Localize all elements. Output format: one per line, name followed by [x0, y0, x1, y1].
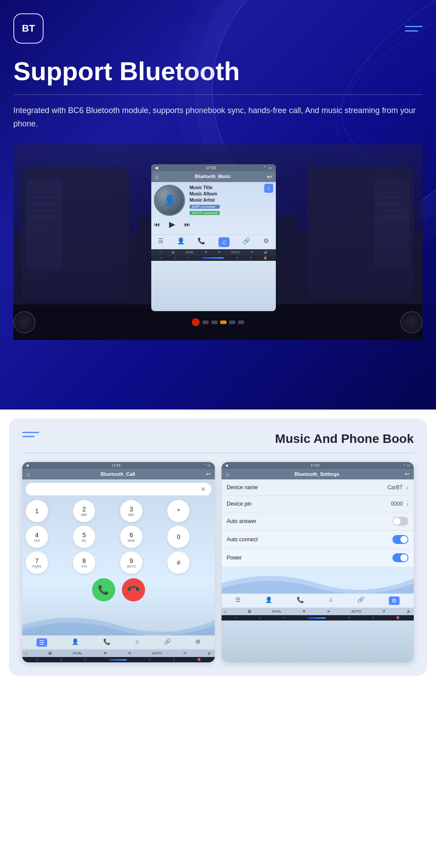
- dial-6[interactable]: 6MNO: [120, 526, 142, 548]
- dial-2[interactable]: 2ABC: [73, 500, 95, 522]
- dial-4[interactable]: 4GHI: [26, 526, 48, 548]
- back-arrow: ◀: [155, 166, 158, 170]
- a2dp-badge: A2DP connected: [190, 205, 220, 209]
- power-toggle[interactable]: [392, 553, 408, 562]
- dial-0[interactable]: 0: [167, 526, 190, 548]
- call-screen: ◀ 17:53 ⌃ ▭ ⌂ Bluetooth_Call ↩ ✕ 1 2ABC …: [22, 462, 215, 662]
- call-back-arrow: ◀: [26, 463, 28, 467]
- call-tab-link[interactable]: 🔗: [164, 638, 171, 647]
- settings-tab-music[interactable]: ♫: [328, 596, 333, 605]
- dial-8[interactable]: 8TUV: [73, 552, 95, 574]
- c2-slider[interactable]: [109, 659, 127, 661]
- dial-1[interactable]: 1: [26, 500, 48, 522]
- call-wave: [22, 608, 215, 635]
- dial-star[interactable]: *: [167, 500, 190, 522]
- screens-row: ◀ 17:53 ⌃ ▭ ⌂ Bluetooth_Call ↩ ✕ 1 2ABC …: [22, 462, 414, 662]
- bottom-hamburger[interactable]: [22, 432, 39, 437]
- settings-home-icon[interactable]: ⌂: [226, 471, 229, 477]
- music-info: Music Title Music Album Music Artist A2D…: [190, 185, 220, 216]
- prev-btn[interactable]: ⏮: [154, 221, 160, 228]
- call-tab-music[interactable]: ♫: [135, 638, 139, 647]
- temp-slider[interactable]: [202, 257, 224, 259]
- climate-dual: DUAL: [186, 251, 194, 254]
- cb-auto: AUTO: [152, 651, 162, 655]
- climate-auto: AUTO: [231, 251, 240, 254]
- knob-right[interactable]: [400, 311, 423, 333]
- bottom-section: Music And Phone Book ◀ 17:53 ⌃ ▭ ⌂ Bluet…: [9, 418, 427, 676]
- dial-5[interactable]: 5JKL: [73, 526, 95, 548]
- bottom-divider: [22, 453, 414, 453]
- tab-link[interactable]: 🔗: [242, 237, 250, 247]
- call-tab-menu[interactable]: ☰: [36, 638, 47, 647]
- call-tab-contacts[interactable]: 👤: [72, 638, 79, 647]
- answer-btn[interactable]: 📞: [92, 578, 115, 601]
- sb-ac: ≋: [327, 609, 330, 613]
- ctrl-back: ↩: [160, 256, 162, 260]
- settings-nav: ⌂ Bluetooth_Settings ↩: [222, 469, 414, 479]
- search-clear[interactable]: ✕: [201, 486, 206, 493]
- music-icon-btn[interactable]: ♫: [264, 184, 273, 193]
- tab-phone[interactable]: 📞: [198, 237, 205, 247]
- hero-section: BT Support Bluetooth Integrated with BC6…: [0, 0, 436, 410]
- auto-answer-toggle[interactable]: [392, 517, 408, 526]
- dial-7[interactable]: 7PQRS: [26, 552, 48, 574]
- call-search-bar[interactable]: ✕: [26, 483, 211, 495]
- climate-bar: ⌂ ⏻ DUAL ❄ ≋ AUTO ↺ 🔊: [151, 249, 276, 256]
- car-background: ◀ 17:53 ⌃ ▭ ⌂ Bluetooth_Music ↩ ♫: [13, 144, 423, 340]
- call-mini-tabs: ☰ 👤 📞 ♫ 🔗 ⚙: [22, 635, 215, 649]
- bottom-hamburger-line-2: [22, 436, 35, 437]
- call-climate-2: ↩ 0 ↩ ≋ 0 🔇: [22, 657, 215, 662]
- settings-tab-phone[interactable]: 📞: [297, 596, 304, 605]
- call-back-icon[interactable]: ↩: [206, 471, 210, 477]
- auto-answer-label: Auto answer: [227, 518, 257, 524]
- settings-statusbar: ◀ 17:53 ⌃ ▭: [222, 462, 414, 469]
- home-icon[interactable]: ⌂: [155, 173, 158, 180]
- tab-settings[interactable]: ⚙: [263, 237, 269, 247]
- settings-tab-settings[interactable]: ⚙: [389, 596, 400, 605]
- cb-dual: DUAL: [73, 651, 82, 655]
- sb-power: ⏻: [247, 609, 251, 613]
- settings-tab-link[interactable]: 🔗: [357, 596, 364, 605]
- dial-3[interactable]: 3DEF: [120, 500, 142, 522]
- auto-connect-toggle[interactable]: [392, 535, 408, 544]
- tab-contacts[interactable]: 👤: [177, 237, 185, 247]
- ctl-4: [229, 320, 235, 324]
- answer-icon: 📞: [98, 584, 109, 595]
- screen-statusbar: ◀ 17:53 ⌃ ▭: [151, 164, 276, 171]
- dial-hash[interactable]: #: [167, 552, 190, 574]
- tab-menu[interactable]: ☰: [158, 237, 164, 247]
- auto-connect-label: Auto connect: [227, 536, 258, 543]
- play-btn[interactable]: ▶: [169, 219, 175, 229]
- hazard-btn[interactable]: [192, 318, 200, 326]
- next-btn[interactable]: ⏭: [184, 221, 190, 228]
- music-artist: Music Artist: [190, 198, 220, 203]
- dial-9[interactable]: 9WXYZ: [120, 552, 142, 574]
- knob-left[interactable]: [13, 311, 36, 333]
- call-tab-settings[interactable]: ⚙: [195, 638, 201, 647]
- ctrl-zero2: 0: [250, 256, 252, 260]
- svg-rect-5: [27, 180, 62, 269]
- back-nav-icon[interactable]: ↩: [267, 173, 272, 180]
- cb-fan: ❄: [104, 651, 107, 655]
- music-card: 👤 Music Title Music Album Music Artist A…: [154, 185, 273, 216]
- climate-circ: ↺: [250, 251, 253, 254]
- climate-vol: 🔊: [264, 251, 268, 254]
- setting-device-name[interactable]: Device name CarBT ›: [222, 479, 414, 496]
- settings-screen: ◀ 17:53 ⌃ ▭ ⌂ Bluetooth_Settings ↩ Devic…: [222, 462, 414, 662]
- settings-back-icon[interactable]: ↩: [405, 471, 409, 477]
- device-name-chevron: ›: [406, 484, 408, 491]
- call-status-icons: ⌃ ▭: [203, 463, 211, 467]
- settings-tab-contacts[interactable]: 👤: [265, 596, 272, 605]
- call-statusbar: ◀ 17:53 ⌃ ▭: [22, 462, 215, 469]
- svg-point-2: [285, 0, 436, 142]
- call-home-icon[interactable]: ⌂: [27, 471, 30, 477]
- sc2-slider[interactable]: [308, 617, 326, 619]
- call-tab-phone[interactable]: 📞: [103, 638, 110, 647]
- settings-tab-menu[interactable]: ☰: [235, 596, 241, 605]
- settings-nav-title: Bluetooth_Settings: [295, 471, 339, 477]
- setting-device-pin[interactable]: Device pin 0000 ›: [222, 496, 414, 512]
- bottom-header: Music And Phone Book: [22, 432, 414, 446]
- end-call-btn[interactable]: 📞: [117, 573, 150, 606]
- music-album: Music Album: [190, 191, 220, 196]
- tab-music[interactable]: ♫: [218, 237, 230, 247]
